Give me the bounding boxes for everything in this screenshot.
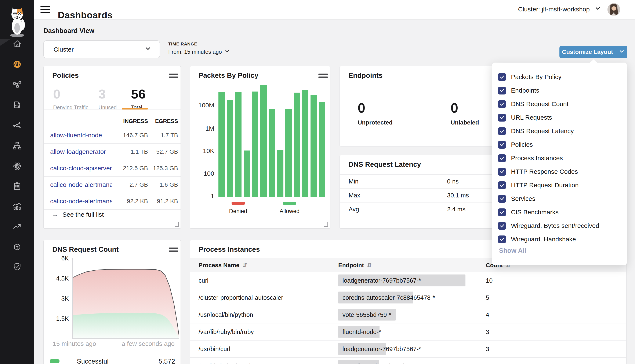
policy-row: allow-loadgenerator 1.1 TB 52.7 GB: [44, 144, 180, 160]
allowed-bar[interactable]: [311, 95, 317, 197]
sidebar-item-service-graph[interactable]: [0, 78, 34, 91]
checkbox-checked-icon[interactable]: [498, 87, 506, 94]
allowed-bar[interactable]: [269, 109, 275, 197]
policy-ingress: 92.2 KB: [127, 198, 148, 204]
process-row[interactable]: /cluster-proportional-autoscaler coredns…: [190, 289, 626, 306]
y-tick: 1.5K: [50, 315, 69, 322]
allowed-bar[interactable]: [277, 150, 283, 197]
allowed-bar[interactable]: [260, 85, 267, 197]
policy-ingress: 146.7 GB: [123, 132, 148, 139]
menu-item-dns-request-latency[interactable]: DNS Request Latency: [498, 126, 574, 136]
sidebar-item-dashboards[interactable]: [0, 58, 34, 71]
process-count: 4: [486, 311, 489, 318]
checkbox-checked-icon[interactable]: [498, 168, 506, 176]
see-full-list-link[interactable]: → See the full list: [52, 211, 104, 218]
endpoints-card-title: Endpoints: [348, 72, 382, 80]
checkbox-checked-icon[interactable]: [498, 154, 506, 162]
customize-layout-button[interactable]: Customize Layout: [559, 46, 627, 58]
process-row[interactable]: /usr/bin/curl loadgenerator-7697bb7567-*…: [190, 340, 626, 358]
checkbox-checked-icon[interactable]: [498, 208, 506, 216]
stat-total[interactable]: 56 Total: [131, 88, 146, 110]
policy-egress: 125.3 GB: [153, 165, 178, 172]
menu-item-services[interactable]: Services: [498, 194, 535, 203]
menu-item-policies[interactable]: Policies: [498, 140, 533, 149]
checkbox-checked-icon[interactable]: [498, 222, 506, 230]
sidebar-item-threat-defense[interactable]: [0, 260, 34, 273]
allowed-bar[interactable]: [294, 92, 300, 197]
menu-item-url-requests[interactable]: URL Requests: [498, 113, 552, 122]
sort-endpoint[interactable]: Endpoint⇵: [338, 262, 372, 269]
sidebar-item-trends[interactable]: [0, 220, 34, 233]
checkbox-checked-icon[interactable]: [498, 114, 506, 122]
process-count: 3: [486, 346, 489, 352]
sidebar-item-home[interactable]: [0, 37, 34, 50]
process-name: /usr/bin/curl: [198, 346, 230, 352]
sidebar-item-statistics[interactable]: [0, 200, 34, 213]
allowed-bar[interactable]: [285, 109, 292, 197]
policy-link[interactable]: allow-fluentd-node: [50, 132, 102, 139]
calico-cat-logo[interactable]: [8, 4, 27, 38]
divider: [44, 110, 180, 110]
sidebar-item-topology[interactable]: [0, 139, 34, 152]
policy-row: calico-node-alertmana… 92.2 KB 91.2 KB: [44, 193, 180, 210]
dashboard-view-select[interactable]: Cluster: [43, 40, 160, 58]
sidebar-item-workloads[interactable]: [0, 159, 34, 172]
sidebar: [0, 0, 34, 364]
menu-item-packets-by-policy[interactable]: Packets By Policy: [498, 72, 561, 82]
allowed-bar[interactable]: [302, 90, 308, 197]
menu-item-wireguard-handshake[interactable]: Wireguard. Handshake: [498, 235, 576, 244]
user-avatar[interactable]: [607, 3, 620, 16]
resize-handle[interactable]: [175, 222, 179, 226]
checkbox-checked-icon[interactable]: [498, 127, 506, 135]
policy-link[interactable]: calico-cloud-apiserver-…: [50, 165, 112, 172]
stat-unused[interactable]: 3 Unused: [98, 88, 117, 110]
policy-link[interactable]: calico-node-alertmana…: [50, 181, 112, 188]
process-row[interactable]: /var/lib/ruby/bin/ruby fluentd-node-* 3: [190, 324, 626, 340]
checkbox-checked-icon[interactable]: [498, 181, 506, 189]
allowed-bar[interactable]: [235, 92, 242, 197]
checkbox-checked-icon[interactable]: [498, 100, 506, 108]
show-all-link[interactable]: Show All: [499, 247, 526, 254]
legend-row-successful[interactable]: Successful 5,572: [44, 354, 180, 364]
allowed-bar[interactable]: [244, 150, 250, 197]
process-count: 3: [486, 362, 489, 364]
policy-link[interactable]: calico-node-alertmana…: [50, 198, 112, 205]
legend-swatch: [232, 202, 245, 204]
sidebar-item-packages[interactable]: [0, 240, 34, 254]
sort-process-name[interactable]: Process Name⇵: [198, 262, 247, 269]
process-row[interactable]: /usr/bin/kube-bench compliance-benchmark…: [190, 358, 626, 364]
allowed-bar[interactable]: [319, 102, 325, 197]
network-icon: [13, 121, 22, 130]
checkbox-checked-icon[interactable]: [498, 236, 506, 243]
menu-item-wireguard-bytes-sent-received[interactable]: Wireguard. Bytes sent/received: [498, 221, 599, 230]
process-name: /usr/bin/kube-bench: [198, 362, 253, 364]
menu-item-endpoints[interactable]: Endpoints: [498, 86, 539, 95]
time-range-value[interactable]: From: 15 minutes ago: [168, 48, 230, 56]
policy-link[interactable]: allow-loadgenerator: [50, 148, 106, 155]
sidebar-item-compliance[interactable]: [0, 179, 34, 193]
sidebar-item-network[interactable]: [0, 118, 34, 132]
drag-handle-icon[interactable]: [169, 74, 178, 78]
sidebar-item-policies[interactable]: [0, 98, 34, 112]
hamburger-menu-icon[interactable]: [41, 6, 50, 14]
resize-handle[interactable]: [324, 222, 328, 226]
allowed-bar[interactable]: [227, 100, 233, 197]
menu-item-process-instances[interactable]: Process Instances: [498, 154, 563, 163]
checkbox-checked-icon[interactable]: [498, 73, 506, 81]
menu-item-dns-request-count[interactable]: DNS Request Count: [498, 99, 568, 109]
checkbox-checked-icon[interactable]: [498, 141, 506, 148]
allowed-bar[interactable]: [219, 92, 225, 197]
checkbox-checked-icon[interactable]: [498, 195, 506, 203]
process-row[interactable]: curl loadgenerator-7697bb7567-* 10: [190, 272, 626, 289]
stat-denying-traffic[interactable]: 0 Denying Traffic: [53, 88, 88, 110]
cluster-switcher[interactable]: Cluster: jlt-msft-workshop: [518, 5, 601, 13]
allowed-bar[interactable]: [252, 92, 258, 197]
legend-denied[interactable]: Denied: [229, 202, 247, 214]
menu-item-cis-benchmarks[interactable]: CIS Benchmarks: [498, 208, 559, 217]
drag-handle-icon[interactable]: [169, 248, 178, 252]
menu-item-http-request-duration[interactable]: HTTP Request Duration: [498, 180, 579, 190]
legend-allowed[interactable]: Allowed: [280, 202, 300, 214]
policy-row: calico-cloud-apiserver-… 212.5 GB 125.3 …: [44, 160, 180, 177]
process-row[interactable]: /usr/local/bin/python vote-5655bd759-* 4: [190, 306, 626, 324]
menu-item-http-response-codes[interactable]: HTTP Response Codes: [498, 167, 578, 176]
